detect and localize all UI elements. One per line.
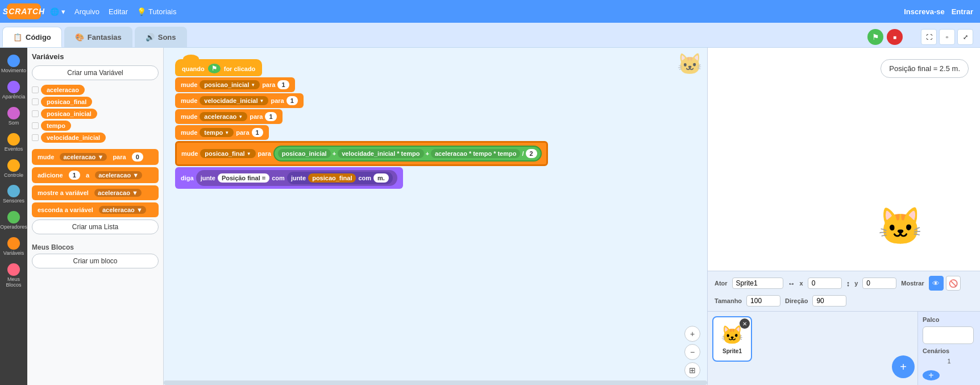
sprite-list: ✕ 🐱 Sprite1 [708, 312, 889, 385]
sidebar-item-sensores[interactable]: Sensores [1, 183, 26, 206]
block-mude1-row[interactable]: mude posicao_inicial ▼ para 1 [175, 77, 548, 92]
mega-block-row[interactable]: mude posicao_final ▼ para posicao_inicia… [175, 141, 548, 166]
say-block[interactable]: diga junte Posição final = com junte pos… [175, 167, 403, 189]
block-mude1[interactable]: mude posicao_inicial ▼ para 1 [175, 77, 295, 92]
som-dot [7, 107, 20, 119]
add-sprite-button[interactable]: + [892, 355, 915, 378]
entrar-button[interactable]: Entrar [952, 7, 973, 16]
block-mude-aceleracao[interactable]: mude aceleracao ▼ para 0 [32, 149, 159, 165]
str-posicao-final[interactable]: Posição final = [218, 173, 269, 183]
fullscreen-button[interactable]: ⛶ [921, 29, 937, 45]
x-input[interactable] [808, 278, 842, 289]
var-badge-aceleracao[interactable]: aceleracao [41, 85, 85, 95]
sidebar-item-som[interactable]: Som [1, 105, 26, 129]
mude3-var[interactable]: aceleracao ▼ [200, 112, 247, 121]
mude4-var[interactable]: tempo ▼ [200, 128, 234, 137]
block-mude2-row[interactable]: mude velocidade_inicial ▼ para 1 [175, 93, 548, 108]
block-esconda-variavel[interactable]: esconda a variável aceleracao ▼ [32, 202, 159, 217]
sidebar-item-eventos[interactable]: Eventos [1, 131, 26, 155]
create-var-button[interactable]: Criar uma Variável [32, 65, 159, 80]
stop-button[interactable]: ■ [887, 29, 903, 45]
zoom-out-button[interactable]: − [684, 344, 700, 360]
palco-stage-thumbnail[interactable] [923, 326, 974, 344]
show-hidden-button[interactable]: 🚫 [946, 276, 961, 291]
mega-var[interactable]: posicao_final ▼ [200, 149, 255, 158]
tab-code-label: Código [26, 33, 51, 42]
var-check-posicao-inicial[interactable] [32, 110, 39, 117]
block-mostre-variavel[interactable]: mostre a variável aceleracao ▼ [32, 185, 159, 200]
inscreva-button[interactable]: Inscreva-se [904, 7, 945, 16]
divisor-2[interactable]: 2 [526, 149, 537, 158]
add-backdrop-button[interactable]: + [923, 370, 940, 380]
block-mude4-row[interactable]: mude tempo ▼ para 1 [175, 125, 548, 140]
aparencia-dot [7, 81, 20, 93]
tab-code[interactable]: 📋 Código [2, 27, 62, 47]
scratch-logo[interactable]: SCRATCH [7, 3, 41, 19]
stage-small-button[interactable]: ▫ [939, 29, 955, 45]
create-block-button[interactable]: Criar um bloco [32, 254, 159, 268]
sidebar-item-controle[interactable]: Controle [1, 157, 26, 181]
dir-input[interactable] [812, 295, 846, 307]
show-visible-button[interactable]: 👁 [929, 276, 944, 291]
tutorials-menu[interactable]: 💡 Tutoriais [137, 7, 176, 16]
vel-tempo-expr: velocidade_inicial * tempo [338, 149, 423, 158]
block-mude3[interactable]: mude aceleracao ▼ para 1 [175, 109, 283, 124]
sprite-card-sprite1[interactable]: ✕ 🐱 Sprite1 [712, 316, 752, 362]
top-nav: SCRATCH 🌐 ▾ Arquivo Editar 💡 Tutoriais I… [0, 0, 980, 23]
mude2-var[interactable]: velocidade_inicial ▼ [200, 96, 268, 105]
editar-menu[interactable]: Editar [109, 7, 128, 16]
block-mude3-row[interactable]: mude aceleracao ▼ para 1 [175, 109, 548, 124]
block-adicione-aceleracao[interactable]: adicione 1 a aceleracao ▼ [32, 167, 159, 183]
globe-button[interactable]: 🌐 ▾ [50, 7, 65, 16]
mega-block[interactable]: mude posicao_final ▼ para posicao_inicia… [175, 141, 548, 166]
arquivo-menu[interactable]: Arquivo [74, 7, 99, 16]
var-check-tempo[interactable] [32, 122, 39, 129]
zoom-in-button[interactable]: + [684, 326, 700, 342]
sprite-delete-button[interactable]: ✕ [740, 318, 750, 329]
sidebar-item-movimento[interactable]: Movimento [1, 52, 26, 76]
hat-block[interactable]: quando ⚑ for clicado [175, 59, 262, 76]
x-label: x [800, 280, 803, 287]
mude1-val[interactable]: 1 [277, 80, 289, 89]
sidebar-item-meusblocos[interactable]: Meus Blocos [1, 261, 26, 291]
tab-fantasias[interactable]: 🎨 Fantasias [64, 27, 132, 47]
join-outer: junte Posição final = com junte posicao_… [196, 170, 397, 186]
var-check-aceleracao[interactable] [32, 86, 39, 93]
mude1-var[interactable]: posicao_inicial ▼ [200, 80, 260, 89]
block-mude2[interactable]: mude velocidade_inicial ▼ para 1 [175, 93, 304, 108]
create-list-button[interactable]: Criar uma Lista [32, 220, 159, 234]
var-badge-posicao-final[interactable]: posicao_final [41, 97, 92, 107]
var-check-velocidade-inicial[interactable] [32, 134, 39, 141]
var-badge-velocidade-inicial[interactable]: velocidade_inicial [41, 133, 106, 143]
flag-badge: ⚑ [208, 64, 221, 73]
str-m[interactable]: m. [373, 173, 389, 183]
tab-sons[interactable]: 🔊 Sons [135, 27, 187, 47]
sidebar: Movimento Aparência Som Eventos Controle… [0, 48, 27, 385]
tab-bar: 📋 Código 🎨 Fantasias 🔊 Sons ⚑ ■ ⛶ ▫ ⤢ [0, 23, 980, 48]
green-flag-button[interactable]: ⚑ [867, 29, 883, 45]
mude3-val[interactable]: 1 [265, 112, 276, 121]
stage-large-button[interactable]: ⤢ [957, 29, 973, 45]
say-block-row[interactable]: diga junte Posição final = com junte pos… [175, 167, 548, 189]
var-badge-posicao-inicial[interactable]: posicao_inicial [41, 109, 97, 119]
sidebar-item-aparencia[interactable]: Aparência [1, 78, 26, 102]
sprite-name-input[interactable] [732, 278, 783, 289]
sidebar-item-variaveis[interactable]: Variáveis [1, 235, 26, 259]
block-mude4[interactable]: mude tempo ▼ para 1 [175, 125, 269, 140]
code-canvas[interactable]: 🐱 quando ⚑ for clicado mude pos [164, 48, 707, 385]
sprite-tray: ✕ 🐱 Sprite1 + Palco Cenários 1 + [708, 311, 980, 385]
canvas-scrollbar[interactable] [164, 380, 707, 385]
y-input[interactable] [862, 278, 896, 289]
zoom-controls: + − ⊞ [684, 326, 700, 378]
zoom-reset-button[interactable]: ⊞ [684, 362, 700, 378]
var-check-posicao-final[interactable] [32, 98, 39, 105]
mult1: * [397, 150, 399, 157]
sidebar-item-operadores[interactable]: Operadores [1, 209, 26, 233]
mude2-val[interactable]: 1 [286, 96, 298, 105]
mude4-val[interactable]: 1 [252, 128, 263, 137]
size-input[interactable] [746, 295, 780, 307]
var-badge-tempo[interactable]: tempo [41, 121, 71, 131]
stage-sprite-cat[interactable]: 🐱 [878, 205, 923, 248]
som-label: Som [9, 121, 19, 126]
hat-block-row[interactable]: quando ⚑ for clicado [175, 59, 548, 76]
